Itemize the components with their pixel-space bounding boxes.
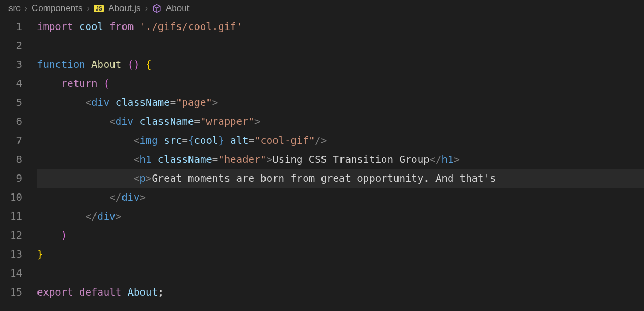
line-number: 10 [0, 188, 22, 207]
chevron-right-icon: › [87, 4, 89, 13]
code-line[interactable] [37, 36, 644, 55]
tag-name: div [116, 115, 134, 127]
tag-name: img [139, 134, 157, 146]
bracket-pair-guide [74, 83, 74, 235]
code-line[interactable]: return ( [37, 74, 644, 93]
attr-name: className [116, 96, 170, 108]
code-editor[interactable]: 1 2 3 4 5 6 7 8 9 10 11 12 13 14 15 impo… [0, 17, 644, 302]
string-literal: "page" [176, 96, 212, 108]
line-number: 12 [0, 226, 22, 245]
brace: { [146, 59, 151, 70]
code-line[interactable]: <div className="page"> [37, 93, 644, 112]
text-content: Using CSS Transition Group [272, 153, 429, 165]
tag-bracket: < [109, 115, 115, 127]
line-number: 4 [0, 74, 22, 93]
symbol-class-icon [152, 4, 162, 13]
tag-bracket: < [134, 153, 139, 165]
equals: = [212, 153, 218, 165]
equals: = [249, 134, 254, 146]
chevron-right-icon: › [25, 4, 27, 13]
breadcrumb-seg-file[interactable]: About.js [108, 3, 140, 14]
line-number-gutter: 1 2 3 4 5 6 7 8 9 10 11 12 13 14 15 [0, 17, 37, 302]
code-line[interactable]: <img src={cool} alt="cool-gif"/> [37, 131, 644, 150]
paren: ) [134, 59, 139, 70]
tag-name: h1 [442, 153, 454, 165]
line-number: 3 [0, 55, 22, 74]
keyword-import: import [37, 21, 73, 32]
code-line[interactable]: export default About; [37, 283, 644, 302]
tag-bracket: > [267, 153, 272, 165]
code-line[interactable]: </div> [37, 188, 644, 207]
text-content: Great moments are born from great opport… [151, 172, 496, 184]
chevron-right-icon: › [145, 4, 148, 13]
string-literal: './gifs/cool.gif' [140, 21, 242, 32]
equals: = [194, 115, 200, 127]
tag-bracket: </ [86, 210, 98, 222]
line-number: 7 [0, 131, 22, 150]
tag-bracket: </ [430, 153, 442, 165]
attr-name: alt [230, 134, 248, 146]
tag-bracket: > [116, 210, 121, 222]
paren: ) [61, 229, 67, 241]
tag-name: div [121, 191, 139, 203]
tag-bracket: < [134, 172, 139, 184]
keyword-return: return [61, 77, 98, 89]
breadcrumb-seg-src[interactable]: src [8, 3, 21, 14]
tag-name: div [91, 96, 109, 108]
string-literal: "header" [218, 153, 267, 165]
identifier: About [128, 286, 158, 298]
code-line[interactable]: } [37, 245, 644, 264]
tag-bracket: > [453, 153, 459, 165]
code-line[interactable] [37, 264, 644, 283]
line-number: 6 [0, 112, 22, 131]
line-number: 11 [0, 207, 22, 226]
code-line[interactable]: function About () { [37, 55, 644, 74]
tag-bracket: > [254, 115, 260, 127]
code-line[interactable]: </div> [37, 207, 644, 226]
tag-bracket: < [134, 134, 139, 146]
equals: = [170, 96, 176, 108]
code-line[interactable]: import cool from './gifs/cool.gif' [37, 17, 644, 36]
js-file-icon: JS [94, 5, 104, 12]
tag-name: div [97, 210, 115, 222]
code-line[interactable]: <h1 className="header">Using CSS Transit… [37, 150, 644, 169]
identifier: cool [79, 21, 103, 32]
tag-bracket: > [140, 191, 146, 203]
keyword-function: function [37, 59, 86, 70]
string-literal: "wrapper" [200, 115, 254, 127]
breadcrumb-seg-symbol[interactable]: About [166, 3, 189, 14]
code-line[interactable]: ) [37, 226, 644, 245]
keyword-from: from [109, 21, 134, 32]
keyword-export: export [37, 286, 73, 298]
breadcrumb-seg-components[interactable]: Components [32, 3, 82, 14]
tag-bracket: > [146, 172, 151, 184]
paren: ( [128, 59, 134, 70]
jsx-curly: } [218, 134, 224, 146]
tag-bracket: < [86, 96, 91, 108]
line-number: 9 [0, 169, 22, 188]
line-number: 14 [0, 264, 22, 283]
attr-name: className [140, 115, 194, 127]
tag-name: p [139, 172, 145, 184]
code-line[interactable]: <div className="wrapper"> [37, 112, 644, 131]
bracket-pair-guide [62, 235, 74, 235]
line-number: 2 [0, 36, 22, 55]
identifier: cool [194, 134, 219, 146]
tag-bracket: /> [315, 134, 327, 146]
brace: } [37, 248, 43, 260]
tag-bracket: > [212, 96, 218, 108]
jsx-curly: { [188, 134, 194, 146]
attr-name: className [158, 153, 212, 165]
attr-name: src [164, 134, 182, 146]
line-number: 1 [0, 17, 22, 36]
line-number: 5 [0, 93, 22, 112]
string-literal: "cool-gif" [254, 134, 315, 146]
semicolon: ; [158, 286, 164, 298]
tag-bracket: </ [109, 191, 121, 203]
keyword-default: default [79, 286, 121, 298]
breadcrumb[interactable]: src › Components › JS About.js › About [0, 0, 644, 17]
tag-name: h1 [139, 153, 151, 165]
code-line-active[interactable]: <p>Great moments are born from great opp… [37, 169, 644, 188]
code-area[interactable]: import cool from './gifs/cool.gif' funct… [37, 17, 644, 302]
line-number: 15 [0, 283, 22, 302]
